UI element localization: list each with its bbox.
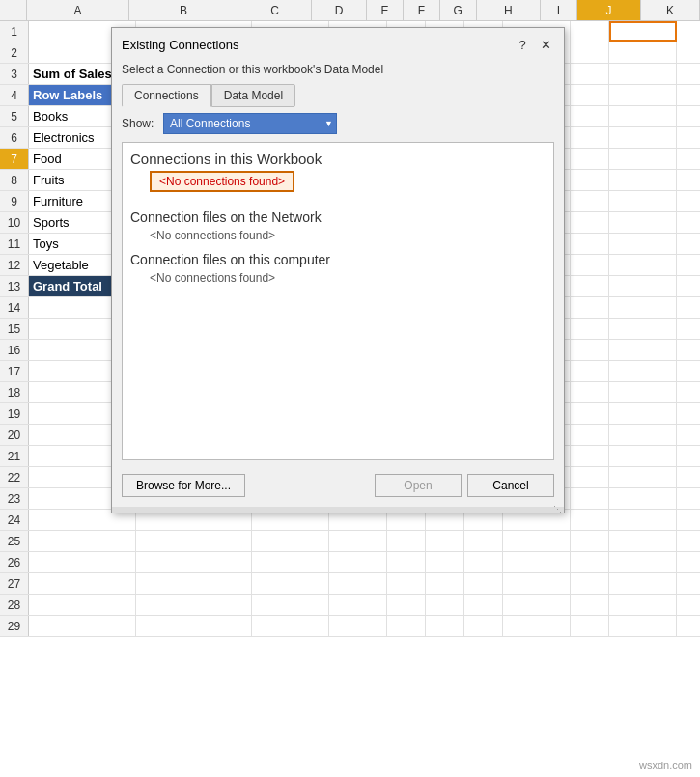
cell-i2 [571,42,609,63]
dialog-help-button[interactable]: ? [514,36,531,53]
dialog-title: Existing Connections [122,38,238,52]
dialog-content: Select a Connection or this workbook's D… [112,59,564,507]
cell-i5 [571,106,609,126]
section-title-computer: Connection files on this computer [130,252,546,267]
cell-k4 [677,85,700,105]
col-header-j: J [577,0,641,20]
row-number: 11 [0,234,29,254]
row-number: 1 [0,21,29,42]
cell-k12 [677,255,700,275]
tab-connections[interactable]: Connections [122,84,211,107]
row-number-highlighted: 7 [0,149,29,169]
row-num-header [0,0,27,20]
cell-i8 [571,170,609,190]
cell-j11 [609,234,677,254]
col-header-g: G [440,0,477,20]
show-label: Show: [122,117,155,130]
existing-connections-dialog: Existing Connections ? ✕ Select a Connec… [111,27,565,513]
col-header-c: C [238,0,312,20]
row-number: 6 [0,127,29,148]
cell-k1 [677,21,700,42]
dialog-close-button[interactable]: ✕ [537,36,554,53]
cell-k5 [677,106,700,126]
table-row: 25 [0,531,700,552]
cell-i1 [571,21,609,42]
col-header-h: H [477,0,541,20]
col-header-b: B [129,0,239,20]
row-number: 10 [0,212,29,233]
cancel-button[interactable]: Cancel [467,474,554,497]
section-title-network: Connection files on the Network [130,209,546,225]
cell-k11 [677,234,700,254]
cell-k3 [677,64,700,84]
cell-j13 [609,276,677,296]
dialog-buttons: Browse for More... Open Cancel [122,470,554,497]
show-connections-select[interactable]: All Connections [163,113,337,134]
cell-i3 [571,64,609,84]
row-number: 2 [0,42,29,63]
table-row: 26 [0,552,700,573]
cell-k7 [677,149,700,169]
table-row: 29 [0,616,700,637]
cell-j1-selected[interactable] [609,21,677,42]
show-row: Show: All Connections [122,113,554,134]
cell-k13 [677,276,700,296]
col-header-i: I [541,0,577,20]
col-header-d: D [312,0,367,20]
cell-i9 [571,191,609,211]
table-row: 28 [0,595,700,616]
row-number: 5 [0,106,29,126]
connections-item-network-none: <No connections found> [150,229,546,242]
col-header-a: A [27,0,128,20]
watermark: wsxdn.com [639,760,692,771]
dialog-tab-bar: Connections Data Model [122,84,554,107]
row-number: 9 [0,191,29,211]
row-number: 13 [0,276,29,296]
cell-j10 [609,212,677,233]
cell-j3 [609,64,677,84]
table-row: 27 [0,573,700,595]
cell-i10 [571,212,609,233]
cell-j9 [609,191,677,211]
cell-j8 [609,170,677,190]
col-header-e: E [367,0,404,20]
connections-list-area: Connections in this Workbook <No connect… [122,142,554,460]
dialog-titlebar: Existing Connections ? ✕ [112,28,564,59]
dialog-controls: ? ✕ [514,36,554,53]
cell-k2 [677,42,700,63]
dialog-right-buttons: Open Cancel [375,474,554,497]
cell-k6 [677,127,700,148]
cell-k9 [677,191,700,211]
row-number: 12 [0,255,29,275]
cell-j2 [609,42,677,63]
col-header-f: F [404,0,440,20]
cell-j12 [609,255,677,275]
dialog-subtitle: Select a Connection or this workbook's D… [122,63,554,76]
row-number: 3 [0,64,29,84]
row-number: 8 [0,170,29,190]
browse-for-more-button[interactable]: Browse for More... [122,474,245,497]
cell-i7 [571,149,609,169]
connections-item-workbook-none[interactable]: <No connections found> [150,171,294,192]
section-title-workbook: Connections in this Workbook [130,151,546,167]
col-header-k: K [641,0,700,20]
cell-j6 [609,127,677,148]
cell-j7 [609,149,677,169]
cell-i11 [571,234,609,254]
tab-data-model[interactable]: Data Model [211,84,295,107]
cell-i12 [571,255,609,275]
cell-j4 [609,85,677,105]
show-select-wrapper: All Connections [163,113,337,134]
cell-i4 [571,85,609,105]
row-number: 4 [0,85,29,105]
resize-icon: ⋱ [553,505,562,514]
cell-i13 [571,276,609,296]
cell-j5 [609,106,677,126]
dialog-resize-handle[interactable]: ⋱ [112,507,564,513]
cell-k8 [677,170,700,190]
connections-item-computer-none: <No connections found> [150,271,546,285]
cell-k10 [677,212,700,233]
column-headers: A B C D E F G H I J K [0,0,700,21]
open-button[interactable]: Open [375,474,462,497]
cell-i6 [571,127,609,148]
